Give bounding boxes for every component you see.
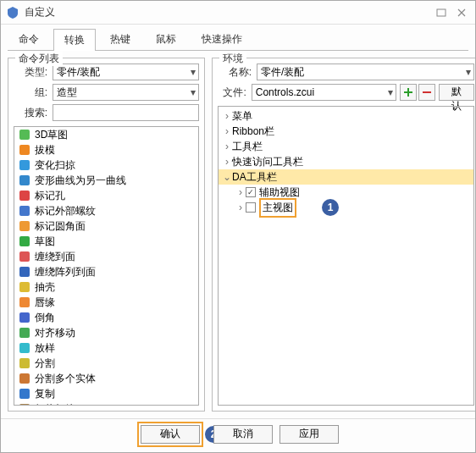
list-item[interactable]: 草图 <box>14 234 198 249</box>
list-item[interactable]: 标记外部螺纹 <box>14 203 198 218</box>
list-item[interactable]: 缠绕阵列到面 <box>14 264 198 279</box>
group-select[interactable] <box>53 84 187 101</box>
svg-rect-9 <box>19 251 30 262</box>
svg-rect-2 <box>19 145 30 155</box>
tab-quick[interactable]: 快速操作 <box>191 28 253 50</box>
group-dropdown-icon[interactable]: ▾ <box>187 84 199 101</box>
search-input[interactable] <box>53 104 199 121</box>
highlight-box: 主视图 <box>259 198 296 218</box>
expander-icon[interactable]: › <box>222 110 232 122</box>
type-dropdown-icon[interactable]: ▾ <box>187 64 199 80</box>
list-item-label: 缠绕到面 <box>35 250 75 264</box>
tab-command[interactable]: 命令 <box>8 28 50 50</box>
default-button[interactable]: 默认 <box>439 84 474 101</box>
lip-orange-icon <box>18 296 31 309</box>
list-item[interactable]: 标记孔 <box>14 188 198 203</box>
tree-node[interactable]: ›主视图1 <box>219 200 473 215</box>
tab-mouse[interactable]: 鼠标 <box>145 28 187 50</box>
svg-rect-19 <box>19 404 30 406</box>
tree-node[interactable]: ›工具栏 <box>219 139 473 154</box>
close-button[interactable] <box>453 6 470 19</box>
expander-icon[interactable]: › <box>235 202 246 213</box>
tree-node-label: 菜单 <box>232 109 252 124</box>
chamfer-blue-icon <box>18 311 31 324</box>
list-item[interactable]: 缠绕到面 <box>14 249 198 264</box>
list-item[interactable]: 倒角 <box>14 310 198 325</box>
checkbox[interactable] <box>246 202 256 213</box>
environment-tree[interactable]: ›菜单›Ribbon栏›工具栏›快速访问工具栏⌄DA工具栏›✓辅助视图›主视图1 <box>218 106 474 406</box>
tree-node[interactable]: ›✓辅助视图 <box>219 185 473 200</box>
list-item[interactable]: 拔模 <box>14 142 198 157</box>
tree-node[interactable]: ›Ribbon栏 <box>219 124 473 139</box>
file-select[interactable] <box>252 84 386 101</box>
tree-node[interactable]: ›快速访问工具栏 <box>219 154 473 169</box>
ok-button[interactable]: 确认 <box>141 425 200 444</box>
cancel-button[interactable]: 取消 <box>213 425 273 444</box>
tree-node-label: Ribbon栏 <box>232 124 274 139</box>
svg-rect-17 <box>19 373 30 384</box>
app-icon <box>6 6 19 19</box>
tab-hotkey[interactable]: 热键 <box>99 28 141 50</box>
svg-rect-3 <box>19 160 30 170</box>
file-label: 文件: <box>218 86 246 100</box>
expander-icon[interactable]: › <box>222 156 232 168</box>
command-list-pane: 命令列表 类型: ▾ 组: ▾ 搜索: 3D草图拔模变化扫掠变形曲线为另一曲线标… <box>8 58 205 412</box>
callout-1: 1 <box>322 199 339 216</box>
checkbox[interactable]: ✓ <box>246 187 256 197</box>
tree-node-label: 主视图 <box>263 202 293 213</box>
list-item[interactable]: 杆状扫掠 <box>14 401 198 406</box>
file-dropdown-icon[interactable]: ▾ <box>386 84 396 101</box>
list-item[interactable]: 唇缘 <box>14 295 198 310</box>
list-item[interactable]: 分割 <box>14 356 198 371</box>
apply-button[interactable]: 应用 <box>280 425 339 444</box>
list-item-label: 标记外部螺纹 <box>35 204 96 218</box>
list-item-label: 分割多个实体 <box>35 372 96 386</box>
sketch-green-icon <box>18 235 31 248</box>
list-item-label: 草图 <box>35 235 55 249</box>
command-listbox[interactable]: 3D草图拔模变化扫掠变形曲线为另一曲线标记孔标记外部螺纹标记圆角面草图缠绕到面缠… <box>14 126 199 406</box>
list-item[interactable]: 标记圆角面 <box>14 218 198 234</box>
left-pane-title: 命令列表 <box>15 52 63 66</box>
type-label: 类型: <box>14 65 47 80</box>
thread-blue-icon <box>18 204 31 218</box>
flag-red-icon <box>18 189 31 202</box>
name-dropdown-icon[interactable]: ▾ <box>462 64 474 80</box>
type-select[interactable] <box>53 64 187 80</box>
list-item[interactable]: 变化扫掠 <box>14 157 198 173</box>
tree-node-label: 快速访问工具栏 <box>232 155 303 169</box>
split-yellow-icon <box>18 356 31 370</box>
tab-convert[interactable]: 转换 <box>53 29 96 51</box>
list-item-label: 倒角 <box>35 311 55 325</box>
remove-button[interactable] <box>418 84 435 101</box>
ok-highlight: 确认 <box>137 422 203 447</box>
svg-rect-10 <box>19 267 30 277</box>
list-item[interactable]: 抽壳 <box>14 279 198 295</box>
svg-rect-5 <box>19 191 30 201</box>
list-item-label: 标记孔 <box>35 189 65 203</box>
expander-icon[interactable]: › <box>222 141 232 152</box>
list-item[interactable]: 3D草图 <box>14 127 198 142</box>
expander-icon[interactable]: › <box>235 186 246 198</box>
svg-rect-8 <box>19 236 30 246</box>
add-button[interactable] <box>400 84 417 101</box>
window-title: 自定义 <box>25 5 429 19</box>
list-item[interactable]: 分割多个实体 <box>14 371 198 386</box>
name-select[interactable] <box>257 64 462 80</box>
list-item[interactable]: 复制 <box>14 386 198 401</box>
tree-node[interactable]: ⌄DA工具栏 <box>219 169 473 185</box>
list-item[interactable]: 放样 <box>14 340 198 356</box>
restore-button[interactable] <box>433 6 450 19</box>
list-item[interactable]: 对齐移动 <box>14 325 198 340</box>
svg-rect-6 <box>19 206 30 216</box>
expander-icon[interactable]: › <box>222 125 232 137</box>
svg-rect-12 <box>19 297 30 307</box>
list-item-label: 唇缘 <box>35 296 55 310</box>
shell-yellow-icon <box>18 280 31 294</box>
tree-node[interactable]: ›菜单 <box>219 108 473 124</box>
list-item[interactable]: 变形曲线为另一曲线 <box>14 173 198 188</box>
svg-rect-4 <box>19 175 30 185</box>
cube-orange-icon <box>18 143 31 157</box>
expander-icon[interactable]: ⌄ <box>222 171 232 183</box>
svg-rect-18 <box>19 389 30 399</box>
array-blue-icon <box>18 265 31 279</box>
